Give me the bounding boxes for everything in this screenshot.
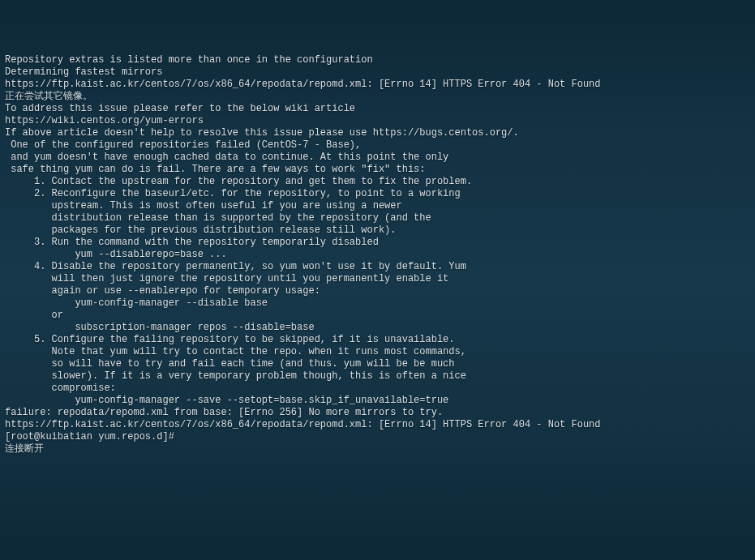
terminal-line: yum-config-manager --disable base: [5, 297, 750, 310]
terminal-line: Determining fastest mirrors: [5, 66, 750, 79]
terminal-line: https://ftp.kaist.ac.kr/centos/7/os/x86_…: [5, 419, 750, 431]
terminal-line: Note that yum will try to contact the re…: [5, 346, 750, 358]
terminal-line: again or use --enablerepo for temporary …: [5, 285, 750, 297]
terminal-line: upstream. This is most often useful if y…: [5, 200, 750, 212]
terminal-line: 1. Contact the upstream for the reposito…: [5, 176, 750, 188]
terminal-line: so will have to try and fail each time (…: [5, 358, 750, 370]
terminal-line: safe thing yum can do is fail. There are…: [5, 164, 750, 176]
terminal-output[interactable]: Repository extras is listed more than on…: [5, 54, 750, 455]
terminal-line: One of the configured repositories faile…: [5, 139, 750, 152]
terminal-line: If above article doesn't help to resolve…: [5, 127, 750, 139]
terminal-line: 连接断开: [5, 443, 750, 455]
terminal-line: failure: repodata/repomd.xml from base: …: [5, 407, 750, 419]
terminal-line: and yum doesn't have enough cached data …: [5, 152, 750, 164]
terminal-line: 3. Run the command with the repository t…: [5, 237, 750, 249]
terminal-line: Repository extras is listed more than on…: [5, 54, 750, 66]
terminal-line: 5. Configure the failing repository to b…: [5, 334, 750, 346]
terminal-line: 4. Disable the repository permanently, s…: [5, 261, 750, 273]
terminal-line: yum-config-manager --save --setopt=base.…: [5, 395, 750, 407]
terminal-line: 2. Reconfigure the baseurl/etc. for the …: [5, 188, 750, 200]
terminal-line: To address this issue please refer to th…: [5, 103, 750, 115]
terminal-line: yum --disablerepo=base ...: [5, 249, 750, 261]
terminal-line: https://wiki.centos.org/yum-errors: [5, 115, 750, 127]
terminal-line: will then just ignore the repository unt…: [5, 273, 750, 285]
terminal-line: slower). If it is a very temporary probl…: [5, 370, 750, 383]
terminal-line: compromise:: [5, 383, 750, 395]
terminal-line: or: [5, 310, 750, 322]
terminal-line: subscription-manager repos --disable=bas…: [5, 322, 750, 334]
terminal-prompt[interactable]: [root@kuibatian yum.repos.d]#: [5, 431, 750, 443]
terminal-line: https://ftp.kaist.ac.kr/centos/7/os/x86_…: [5, 79, 750, 91]
terminal-line: 正在尝试其它镜像。: [5, 91, 750, 103]
terminal-line: distribution release than is supported b…: [5, 212, 750, 224]
terminal-line: packages for the previous distribution r…: [5, 224, 750, 237]
